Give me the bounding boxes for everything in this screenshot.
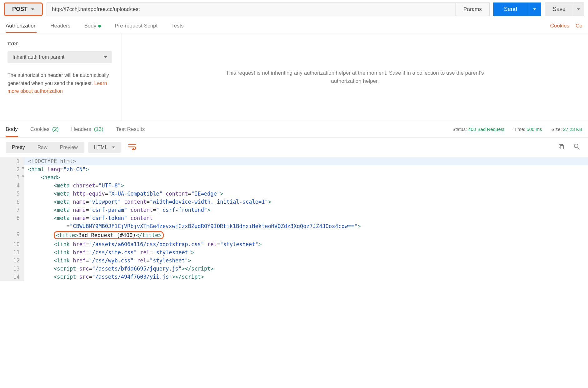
auth-type-heading: TYPE bbox=[7, 42, 114, 46]
auth-content: This request is not inheriting any autho… bbox=[122, 33, 588, 121]
code-content: <meta http-equiv="X-UA-Compatible" conte… bbox=[24, 190, 223, 198]
tab-prerequest[interactable]: Pre-request Script bbox=[115, 19, 157, 33]
line-number: 11 bbox=[0, 248, 24, 256]
chevron-down-icon bbox=[112, 147, 115, 148]
auth-desc-text: The authorization header will be automat… bbox=[7, 72, 109, 86]
resp-tab-cookies[interactable]: Cookies (2) bbox=[30, 122, 59, 137]
response-toolbar: Pretty Raw Preview HTML bbox=[0, 138, 588, 157]
auth-type-select[interactable]: Inherit auth from parent bbox=[7, 51, 112, 63]
line-number: 8 bbox=[0, 214, 24, 222]
tab-label: Body bbox=[6, 126, 18, 132]
view-pretty[interactable]: Pretty bbox=[6, 142, 31, 153]
response-tabs: Body Cookies (2) Headers (13) Test Resul… bbox=[0, 121, 588, 138]
line-number: 12 bbox=[0, 256, 24, 265]
send-label: Send bbox=[504, 6, 517, 12]
http-method-label: POST bbox=[12, 6, 27, 12]
save-button[interactable]: Save bbox=[545, 2, 573, 16]
code-line[interactable]: 1<!DOCTYPE html> bbox=[0, 157, 588, 165]
line-number: 9 bbox=[0, 230, 24, 240]
code-link[interactable]: Co bbox=[576, 23, 582, 29]
cookies-link[interactable]: Cookies bbox=[550, 23, 569, 29]
resp-tab-tests[interactable]: Test Results bbox=[116, 122, 145, 137]
fold-icon[interactable]: ▼ bbox=[22, 174, 24, 178]
auth-sidebar: TYPE Inherit auth from parent The author… bbox=[0, 33, 122, 121]
code-line[interactable]: 13 <script src="/assets/bfda6695/jquery.… bbox=[0, 265, 588, 273]
search-button[interactable] bbox=[571, 142, 582, 153]
code-content: <html lang="zh-CN"> bbox=[24, 165, 89, 173]
copy-icon bbox=[558, 143, 564, 150]
resp-tab-headers[interactable]: Headers (13) bbox=[71, 122, 103, 137]
tab-authorization[interactable]: Authorization bbox=[6, 19, 37, 33]
meta-label: Size: bbox=[551, 127, 562, 132]
line-number: 1 bbox=[0, 157, 24, 165]
svg-point-2 bbox=[574, 144, 578, 148]
code-line[interactable]: 14 <script src="/assets/494f7603/yii.js"… bbox=[0, 273, 588, 281]
params-button[interactable]: Params bbox=[456, 3, 489, 16]
save-label: Save bbox=[553, 6, 566, 12]
line-number: 14 bbox=[0, 273, 24, 281]
line-number: 5 bbox=[0, 190, 24, 198]
code-content: <meta charset="UTF-8"> bbox=[24, 182, 124, 190]
tab-count: (13) bbox=[94, 126, 103, 132]
code-line[interactable]: 9 <title>Bad Request (#400)</title> bbox=[0, 230, 588, 240]
authorization-panel: TYPE Inherit auth from parent The author… bbox=[0, 33, 588, 121]
code-content: <head> bbox=[24, 173, 60, 182]
tab-label: Body bbox=[84, 23, 97, 29]
http-method-select[interactable]: POST bbox=[4, 2, 43, 16]
meta-value: 500 ms bbox=[527, 127, 542, 132]
tab-label: Pre-request Script bbox=[115, 23, 157, 29]
copy-button[interactable] bbox=[556, 142, 567, 153]
save-dropdown[interactable] bbox=[573, 2, 584, 16]
code-line[interactable]: 4 <meta charset="UTF-8"> bbox=[0, 182, 588, 190]
request-bar: POST Params Send Save bbox=[0, 0, 588, 18]
tab-tests[interactable]: Tests bbox=[171, 19, 184, 33]
fold-icon[interactable]: ▼ bbox=[22, 166, 24, 170]
format-label: HTML bbox=[94, 145, 108, 150]
tab-label: Cookies bbox=[30, 126, 49, 132]
send-button[interactable]: Send bbox=[493, 2, 528, 16]
line-number: 2▼ bbox=[0, 165, 24, 173]
response-body-code[interactable]: 1<!DOCTYPE html>2▼<html lang="zh-CN">3▼ … bbox=[0, 157, 588, 281]
resp-tab-body[interactable]: Body bbox=[6, 122, 18, 137]
size-meta: Size: 27.23 KB bbox=[551, 127, 582, 132]
view-mode-tabs: Pretty Raw Preview bbox=[6, 142, 84, 153]
code-line[interactable]: ="CBWUBMY9MB0JF1CjVRbjvXTmGe4zevxwjCzxBZ… bbox=[0, 222, 588, 230]
svg-line-3 bbox=[578, 147, 580, 149]
code-content: <meta name="csrf-token" content bbox=[24, 214, 153, 222]
wrap-toggle[interactable] bbox=[125, 142, 139, 153]
code-line[interactable]: 7 <meta name="csrf-param" content="_csrf… bbox=[0, 206, 588, 214]
code-line[interactable]: 10 <link href="/assets/a606a116/css/boot… bbox=[0, 240, 588, 248]
meta-label: Time: bbox=[514, 127, 525, 132]
line-number: 6 bbox=[0, 198, 24, 206]
request-links: Cookies Co bbox=[550, 23, 582, 29]
wrap-icon bbox=[128, 143, 136, 150]
url-input[interactable] bbox=[47, 3, 456, 16]
code-content: <link href="/assets/a606a116/css/bootstr… bbox=[24, 240, 262, 248]
tab-count: (2) bbox=[52, 126, 59, 132]
tab-headers[interactable]: Headers bbox=[50, 19, 70, 33]
code-line[interactable]: 2▼<html lang="zh-CN"> bbox=[0, 165, 588, 173]
dot-indicator-icon bbox=[98, 25, 101, 27]
code-line[interactable]: 12 <link href="/css/wyb.css" rel="styles… bbox=[0, 256, 588, 265]
line-number: 10 bbox=[0, 240, 24, 248]
code-content: <!DOCTYPE html> bbox=[24, 157, 76, 165]
highlighted-title: <title>Bad Request (#400)</title> bbox=[54, 231, 164, 239]
auth-empty-message: This request is not inheriting any autho… bbox=[217, 69, 492, 85]
view-preview[interactable]: Preview bbox=[54, 142, 84, 153]
view-raw[interactable]: Raw bbox=[31, 142, 54, 153]
send-dropdown[interactable] bbox=[528, 2, 541, 16]
code-content: <meta name="viewport" content="width=dev… bbox=[24, 198, 271, 206]
code-line[interactable]: 11 <link href="/css/site.css" rel="style… bbox=[0, 248, 588, 256]
search-icon bbox=[574, 143, 580, 150]
chevron-down-icon bbox=[31, 8, 34, 10]
code-line[interactable]: 3▼ <head> bbox=[0, 173, 588, 182]
code-line[interactable]: 6 <meta name="viewport" content="width=d… bbox=[0, 198, 588, 206]
code-line[interactable]: 5 <meta http-equiv="X-UA-Compatible" con… bbox=[0, 190, 588, 198]
tab-label: Authorization bbox=[6, 23, 37, 29]
code-content: <link href="/css/site.css" rel="styleshe… bbox=[24, 248, 194, 256]
url-row: Params bbox=[47, 2, 490, 16]
code-line[interactable]: 8 <meta name="csrf-token" content bbox=[0, 214, 588, 222]
tab-body[interactable]: Body bbox=[84, 19, 101, 33]
tab-label: Headers bbox=[50, 23, 70, 29]
format-select[interactable]: HTML bbox=[88, 142, 121, 153]
